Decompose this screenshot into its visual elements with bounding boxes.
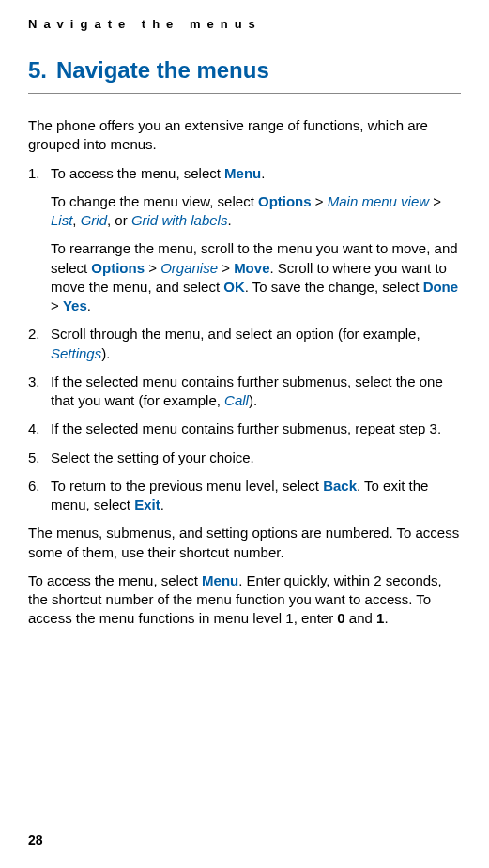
step-5: Select the setting of your choice. xyxy=(28,449,461,467)
text: . To save the change, select xyxy=(245,279,423,295)
text: . xyxy=(261,165,265,181)
steps-list: To access the menu, select Menu. To chan… xyxy=(28,164,461,515)
keyword-options: Options xyxy=(258,193,312,209)
step-1-sub-2: To rearrange the menu, scroll to the men… xyxy=(51,239,461,315)
separator: > xyxy=(312,193,328,209)
keyword-menu: Menu xyxy=(224,165,261,181)
intro-paragraph: The phone offers you an extensive range … xyxy=(28,116,461,155)
title-divider xyxy=(28,93,461,94)
step-6: To return to the previous menu level, se… xyxy=(28,477,461,515)
step-2: Scroll through the menu, and select an o… xyxy=(28,325,461,363)
separator: > xyxy=(218,260,234,276)
text: To access the menu, select xyxy=(28,572,202,588)
text: To access the menu, select xyxy=(51,165,224,181)
keyword-move: Move xyxy=(234,260,269,276)
key-0: 0 xyxy=(337,610,344,626)
step-3: If the selected menu contains further su… xyxy=(28,373,461,411)
separator: > xyxy=(429,193,441,209)
text: ). xyxy=(101,345,110,361)
text: . xyxy=(160,496,164,512)
keyword-organise: Organise xyxy=(160,260,218,276)
keyword-menu: Menu xyxy=(202,572,238,588)
text: . xyxy=(384,610,388,626)
keyword-ok: OK xyxy=(223,279,245,295)
chapter-number: 5. xyxy=(28,57,47,84)
chapter-title: 5.Navigate the menus xyxy=(28,57,461,84)
text: Scroll through the menu, and select an o… xyxy=(51,326,420,342)
keyword-done: Done xyxy=(423,279,459,295)
text: ). xyxy=(249,392,257,408)
keyword-grid-labels: Grid with labels xyxy=(131,212,228,228)
step-4: If the selected menu contains further su… xyxy=(28,419,461,438)
separator: > xyxy=(51,297,63,313)
page-number: 28 xyxy=(28,832,43,847)
running-header: Navigate the menus xyxy=(28,17,461,31)
text: and xyxy=(345,610,376,626)
separator: > xyxy=(145,260,160,276)
text: , or xyxy=(107,212,131,228)
keyword-grid: Grid xyxy=(81,212,107,228)
text: To change the menu view, select xyxy=(51,193,258,209)
step-1-text: To access the menu, select Menu. xyxy=(51,165,265,181)
step-1: To access the menu, select Menu. To chan… xyxy=(28,164,461,316)
step-1-sub-1: To change the menu view, select Options … xyxy=(51,192,461,231)
keyword-main-menu-view: Main menu view xyxy=(328,193,429,209)
keyword-settings: Settings xyxy=(51,345,101,361)
chapter-title-text: Navigate the menus xyxy=(56,57,269,83)
text: . xyxy=(87,297,91,313)
text: , xyxy=(72,212,80,228)
keyword-list: List xyxy=(51,212,72,228)
keyword-yes: Yes xyxy=(63,297,87,313)
trailing-paragraph-2: To access the menu, select Menu. Enter q… xyxy=(28,571,461,629)
keyword-back: Back xyxy=(323,478,357,494)
keyword-options: Options xyxy=(91,260,145,276)
trailing-paragraph-1: The menus, submenus, and setting options… xyxy=(28,524,461,562)
keyword-call: Call xyxy=(224,392,249,408)
text: . xyxy=(227,212,231,228)
keyword-exit: Exit xyxy=(134,496,160,512)
text: To return to the previous menu level, se… xyxy=(51,478,323,494)
